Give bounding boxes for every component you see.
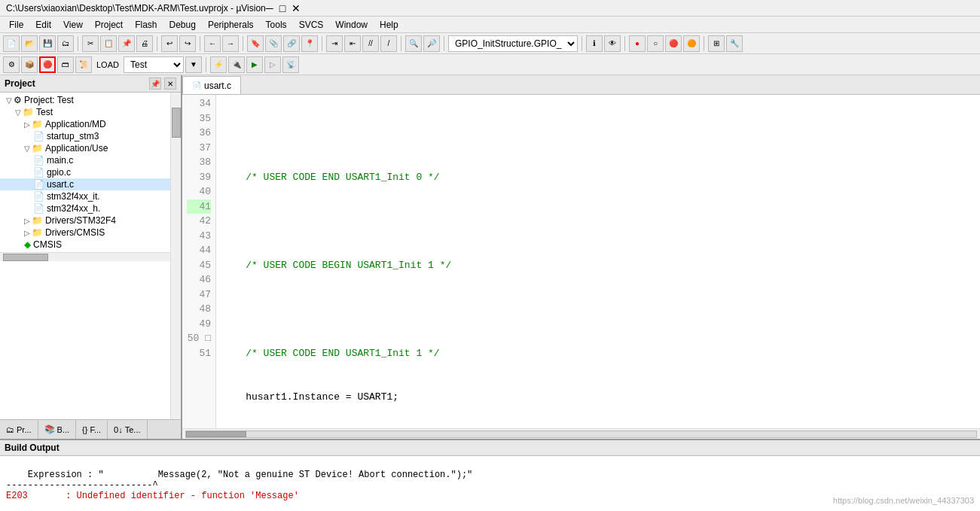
file-startup-icon: 📄 [33, 131, 44, 141]
menu-debug[interactable]: Debug [163, 18, 202, 32]
run-button[interactable]: ● [629, 35, 646, 52]
target-btn5[interactable]: 📜 [75, 56, 92, 73]
tool-d[interactable]: ▷ [264, 56, 281, 73]
proj-tab-f[interactable]: {} F... [76, 420, 108, 439]
bookmark3-button[interactable]: 🔗 [283, 35, 300, 52]
tab-file-icon: 📄 [192, 81, 201, 90]
function-dropdown[interactable]: GPIO_InitStructure.GPIO_ [448, 35, 578, 52]
copy-button[interactable]: 📋 [100, 35, 117, 52]
minimize-button[interactable]: ─ [266, 2, 273, 14]
project-title: Project [5, 78, 35, 89]
sep5 [322, 36, 322, 51]
target-btn3-active[interactable]: 🔴 [39, 56, 56, 73]
menu-bar: File Edit View Project Flash Debug Perip… [0, 17, 980, 33]
editor-tab-usartc[interactable]: 📄 usart.c [182, 76, 241, 94]
project-pin-button[interactable]: 📌 [149, 78, 161, 90]
editor-scrollbar-thumb[interactable] [186, 431, 246, 437]
tree-drvcmsis[interactable]: ▷ 📁 Drivers/CMSIS [0, 227, 170, 239]
tree-v-scrollbar[interactable] [170, 93, 181, 419]
close-button[interactable]: ✕ [292, 2, 301, 14]
menu-peripherals[interactable]: Peripherals [202, 18, 260, 32]
editor-scrollbar[interactable] [182, 428, 980, 439]
bookmark2-button[interactable]: 📎 [265, 35, 282, 52]
info-button[interactable]: ℹ [586, 35, 603, 52]
menu-flash[interactable]: Flash [129, 18, 163, 32]
maximize-button[interactable]: □ [279, 2, 285, 14]
tree-appmd[interactable]: ▷ 📁 Application/MD [0, 118, 170, 130]
tree-startup[interactable]: 📄 startup_stm3 [0, 130, 170, 142]
target-dropdown[interactable]: Test [124, 56, 184, 73]
tree-h-scrollbar[interactable] [0, 252, 170, 261]
indent-button[interactable]: ⇥ [326, 35, 343, 52]
folder-test-icon: 📁 [23, 107, 34, 117]
cut-button[interactable]: ✂ [82, 35, 99, 52]
debug2-button[interactable]: 🟠 [683, 35, 700, 52]
print-button[interactable]: 🖨 [136, 35, 153, 52]
tree-cmsis[interactable]: ◆ CMSIS [0, 239, 170, 251]
sep-t1 [206, 57, 206, 72]
save-button[interactable]: 💾 [39, 35, 56, 52]
tree-test[interactable]: ▽ 📁 Test [0, 106, 170, 118]
browse-button[interactable]: 👁 [604, 35, 621, 52]
tree-h-thumb[interactable] [3, 254, 48, 261]
find2-button[interactable]: 🔎 [423, 35, 440, 52]
proj-tab-pr[interactable]: 🗂 Pr... [0, 420, 38, 439]
tool-e[interactable]: 📡 [282, 56, 299, 73]
paste-button[interactable]: 📌 [118, 35, 135, 52]
target-btn1[interactable]: ⚙ [3, 56, 20, 73]
view-button[interactable]: ⊞ [708, 35, 725, 52]
target-btn2[interactable]: 📦 [21, 56, 38, 73]
menu-help[interactable]: Help [374, 18, 405, 32]
redo-button[interactable]: ↪ [179, 35, 196, 52]
tool-a[interactable]: ⚡ [210, 56, 227, 73]
project-close-button[interactable]: ✕ [164, 78, 176, 90]
tool-c[interactable]: ▶ [246, 56, 263, 73]
menu-window[interactable]: Window [329, 18, 374, 32]
menu-view[interactable]: View [57, 18, 89, 32]
menu-tools[interactable]: Tools [260, 18, 293, 32]
uncomment-button[interactable]: / [380, 35, 397, 52]
editor-scrollbar-track[interactable] [185, 430, 977, 438]
nav-back-button[interactable]: ← [204, 35, 221, 52]
find-button[interactable]: 🔍 [405, 35, 422, 52]
bookmark-button[interactable]: 🔖 [247, 35, 264, 52]
tree-stm32h[interactable]: 📄 stm32f4xx_h. [0, 202, 170, 214]
debug-button[interactable]: 🔴 [665, 35, 682, 52]
code-editor[interactable]: /* USER CODE END USART1_Init 0 */ /* USE… [216, 95, 980, 428]
outdent-button[interactable]: ⇤ [344, 35, 361, 52]
tool-b[interactable]: 🔌 [228, 56, 245, 73]
tree-mainc[interactable]: 📄 main.c [0, 154, 170, 166]
tree-appuse[interactable]: ▽ 📁 Application/Use [0, 142, 170, 154]
proj-tab-f-icon: {} [82, 425, 87, 434]
tree-usartc[interactable]: 📄 usart.c [0, 178, 170, 190]
comment-button[interactable]: // [362, 35, 379, 52]
menu-project[interactable]: Project [89, 18, 129, 32]
menu-edit[interactable]: Edit [29, 18, 57, 32]
editor-tabs: 📄 usart.c [182, 75, 980, 95]
bookmark4-button[interactable]: 📍 [301, 35, 318, 52]
open-button[interactable]: 📂 [21, 35, 38, 52]
tree-project-root[interactable]: ▽ ⚙ Project: Test [0, 94, 170, 106]
new-file-button[interactable]: 📄 [3, 35, 20, 52]
code-line-36 [222, 214, 974, 229]
menu-file[interactable]: File [3, 18, 29, 32]
code-line-38 [222, 302, 974, 317]
dropdown-arrow[interactable]: ▼ [185, 56, 202, 73]
tree-drvstm32[interactable]: ▷ 📁 Drivers/STM32F4 [0, 214, 170, 227]
menu-svcs[interactable]: SVCS [293, 18, 330, 32]
proj-tab-te[interactable]: 0↓ Te... [108, 420, 147, 439]
save-all-button[interactable]: 🗂 [57, 35, 74, 52]
proj-tab-pr-icon: 🗂 [6, 425, 14, 434]
nav-fwd-button[interactable]: → [222, 35, 239, 52]
undo-button[interactable]: ↩ [161, 35, 178, 52]
tree-gpioc[interactable]: 📄 gpio.c [0, 166, 170, 178]
target-btn4[interactable]: 🗃 [57, 56, 74, 73]
tree-stm32it[interactable]: 📄 stm32f4xx_it. [0, 190, 170, 202]
stop-button[interactable]: ○ [647, 35, 664, 52]
tree-v-thumb[interactable] [172, 108, 181, 138]
window-controls[interactable]: ─ □ ✕ [266, 2, 301, 14]
settings-button[interactable]: 🔧 [726, 35, 743, 52]
tree-label-usartc: usart.c [47, 179, 74, 190]
proj-tab-b[interactable]: 📚 B... [38, 420, 77, 439]
proj-tab-b-icon: 📚 [44, 424, 55, 434]
